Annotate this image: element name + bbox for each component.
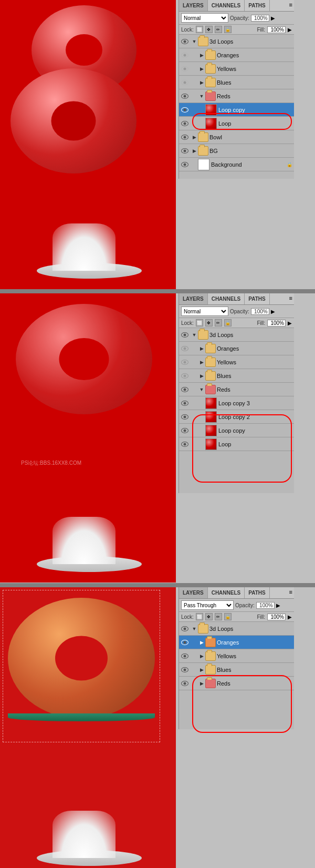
opacity-arrow-2[interactable]: ▶ [271, 309, 275, 314]
arrow-oranges-3[interactable]: ▶ [198, 636, 205, 649]
layer-row-bg[interactable]: ▶ BG [179, 144, 294, 158]
lock-m-icon-2[interactable]: ✥ [205, 319, 213, 326]
layer-row-blues[interactable]: ▶ Blues [179, 76, 294, 89]
lock-a-icon-2[interactable]: 🔒 [224, 319, 232, 326]
eye-loopcopy3[interactable] [179, 396, 191, 410]
fill-arrow-1[interactable]: ▶ [288, 27, 292, 33]
eye-yellows-3[interactable] [179, 649, 191, 663]
eye-loopcopy[interactable] [179, 103, 191, 117]
layer-row-yellows-2[interactable]: ▶ Yellows [179, 355, 294, 369]
blend-mode-select-1[interactable]: Normal [181, 13, 228, 23]
eye-3dloops[interactable] [179, 35, 191, 48]
eye-yellows-2[interactable] [179, 355, 191, 369]
layer-row-loop-2[interactable]: Loop [179, 437, 294, 451]
arrow-blues-3[interactable]: ▶ [198, 663, 205, 677]
blend-mode-select-3[interactable]: Pass Through [181, 600, 234, 610]
eye-bowl[interactable] [179, 130, 191, 144]
lock-move-icon[interactable]: ✥ [205, 26, 213, 33]
lock-pixel-icon[interactable]: ✏ [215, 26, 222, 33]
lock-all-icon[interactable]: 🔒 [224, 26, 232, 33]
opacity-value-2[interactable]: 100% [251, 308, 269, 315]
layer-row-oranges-2[interactable]: ▶ Oranges [179, 342, 294, 355]
lock-a-icon-3[interactable]: 🔒 [224, 613, 232, 620]
tab-channels-3[interactable]: CHANNELS [208, 587, 245, 598]
fill-value-2[interactable]: 100% [267, 320, 286, 326]
layer-row-bowl[interactable]: ▶ Bowl [179, 130, 294, 144]
eye-3dloops-2[interactable] [179, 328, 191, 342]
arrow-yellows-2[interactable]: ▶ [198, 355, 205, 369]
layer-row-reds-3[interactable]: ▶ Reds [179, 677, 294, 690]
arrow-reds[interactable]: ▼ [198, 89, 205, 103]
opacity-value-3[interactable]: 100% [256, 602, 275, 609]
fill-value-1[interactable]: 100% [267, 26, 286, 33]
arrow-blues[interactable]: ▶ [198, 76, 205, 89]
lock-p-icon-3[interactable]: ✏ [215, 613, 222, 620]
arrow-yellows[interactable]: ▶ [198, 62, 205, 76]
fill-value-3[interactable]: 100% [267, 614, 286, 620]
layer-row-oranges[interactable]: ▶ Oranges [179, 48, 294, 62]
tab-paths-3[interactable]: PATHS [245, 587, 269, 598]
layer-row-oranges-3[interactable]: ▶ Oranges [179, 636, 294, 649]
tab-paths-2[interactable]: PATHS [245, 293, 269, 304]
arrow-bg[interactable]: ▶ [191, 144, 198, 158]
layer-row-reds-2[interactable]: ▼ Reds [179, 383, 294, 396]
eye-oranges-2[interactable] [179, 342, 191, 355]
tab-channels-2[interactable]: CHANNELS [208, 293, 245, 304]
opacity-arrow-1[interactable]: ▶ [271, 15, 275, 21]
layer-row-loopcopy-2[interactable]: Loop copy [179, 424, 294, 437]
layer-row-loop[interactable]: Loop [179, 117, 294, 130]
panel-menu-icon-3[interactable]: ≡ [288, 587, 294, 598]
eye-blues[interactable] [179, 76, 191, 89]
eye-oranges-3[interactable] [179, 636, 191, 649]
arrow-oranges-2[interactable]: ▶ [198, 342, 205, 355]
opacity-value-1[interactable]: 100% [251, 15, 269, 22]
eye-reds[interactable] [179, 89, 191, 103]
tab-layers-1[interactable]: LAYERS [179, 0, 208, 11]
tab-layers-2[interactable]: LAYERS [179, 293, 208, 304]
arrow-3dloops-2[interactable]: ▼ [191, 328, 198, 342]
panel-menu-icon[interactable]: ≡ [288, 0, 294, 11]
tab-channels-1[interactable]: CHANNELS [208, 0, 245, 11]
lock-t-icon-3[interactable]: ⬜ [196, 613, 203, 620]
eye-loopcopy-2[interactable] [179, 424, 191, 437]
eye-yellows[interactable] [179, 62, 191, 76]
panel-menu-icon-2[interactable]: ≡ [288, 293, 294, 304]
arrow-bowl[interactable]: ▶ [191, 130, 198, 144]
layer-row-loopcopy[interactable]: Loop copy [179, 103, 294, 117]
lock-transparent-icon[interactable]: ⬜ [196, 26, 203, 33]
arrow-3dloops[interactable]: ▼ [191, 35, 198, 48]
arrow-blues-2[interactable]: ▶ [198, 369, 205, 383]
layer-row-yellows-3[interactable]: ▶ Yellows [179, 649, 294, 663]
layer-row-loopcopy3[interactable]: Loop copy 3 [179, 396, 294, 410]
eye-blues-3[interactable] [179, 663, 191, 677]
tab-paths-1[interactable]: PATHS [245, 0, 269, 11]
fill-arrow-3[interactable]: ▶ [288, 614, 292, 620]
layer-row-background[interactable]: Background 🔒 [179, 158, 294, 171]
blend-mode-select-2[interactable]: Normal [181, 307, 228, 316]
eye-3dloops-3[interactable] [179, 622, 191, 636]
layer-row-blues-3[interactable]: ▶ Blues [179, 663, 294, 677]
arrow-yellows-3[interactable]: ▶ [198, 649, 205, 663]
opacity-arrow-3[interactable]: ▶ [276, 603, 280, 608]
eye-loopcopy2[interactable] [179, 410, 191, 424]
arrow-reds-2[interactable]: ▼ [198, 383, 205, 396]
eye-loop[interactable] [179, 117, 191, 130]
layer-row-3dloops-3[interactable]: ▼ 3d Loops [179, 622, 294, 636]
arrow-reds-3[interactable]: ▶ [198, 677, 205, 690]
lock-p-icon-2[interactable]: ✏ [215, 319, 222, 326]
layer-row-3dloops-2[interactable]: ▼ 3d Loops [179, 328, 294, 342]
layer-row-reds[interactable]: ▼ Reds [179, 89, 294, 103]
fill-arrow-2[interactable]: ▶ [288, 320, 292, 326]
eye-oranges[interactable] [179, 48, 191, 62]
layer-row-yellows[interactable]: ▶ Yellows [179, 62, 294, 76]
eye-bg[interactable] [179, 144, 191, 158]
eye-loop-2[interactable] [179, 437, 191, 451]
lock-m-icon-3[interactable]: ✥ [205, 613, 213, 620]
layer-row-blues-2[interactable]: ▶ Blues [179, 369, 294, 383]
eye-reds-3[interactable] [179, 677, 191, 690]
layer-row-3dloops[interactable]: ▼ 3d Loops [179, 35, 294, 48]
tab-layers-3[interactable]: LAYERS [179, 587, 208, 598]
eye-background[interactable] [179, 158, 191, 171]
arrow-oranges[interactable]: ▶ [198, 48, 205, 62]
layer-row-loopcopy2[interactable]: Loop copy 2 [179, 410, 294, 424]
